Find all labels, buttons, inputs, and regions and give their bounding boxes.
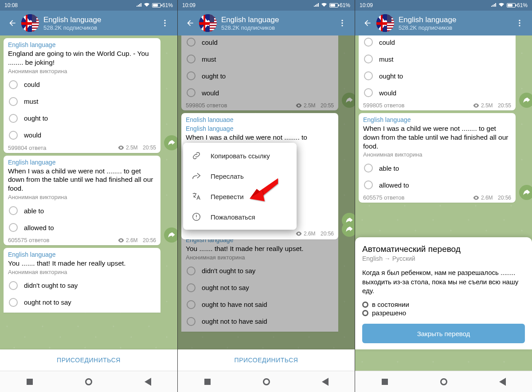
nav-home[interactable]: [431, 371, 456, 392]
message-time: 20:56: [498, 195, 511, 201]
more-button[interactable]: [511, 14, 528, 32]
poll-message[interactable]: English language When I was a child we w…: [359, 113, 516, 203]
poll-option[interactable]: able to: [363, 160, 511, 176]
svg-point-0: [164, 20, 165, 21]
share-button[interactable]: [164, 227, 177, 243]
channel-title: English language: [43, 16, 156, 24]
views-count: 2.6M: [304, 231, 316, 237]
poll-question: When I was a child we were not ........ …: [186, 133, 334, 142]
poll-option[interactable]: didn't ought to say: [8, 277, 156, 294]
screen-3: 10:09 61% English language 528.2K подпис…: [355, 0, 532, 392]
sender-name: English language: [8, 41, 156, 48]
poll-option[interactable]: allowed to: [363, 176, 511, 193]
status-bar: 10:09 61%: [355, 0, 532, 11]
channel-avatar[interactable]: [199, 14, 217, 32]
wifi-icon: [321, 2, 327, 8]
header-title-block[interactable]: English language 528.2K подписчиков: [221, 16, 333, 31]
poll-option[interactable]: allowed to: [8, 219, 156, 236]
poll-anon-label: Анонимная викторина: [8, 194, 156, 200]
channel-subtitle: 528.2K подписчиков: [43, 24, 156, 31]
nav-back[interactable]: [135, 371, 160, 392]
forward-icon: [191, 171, 202, 181]
poll-option[interactable]: ought to: [363, 67, 511, 84]
poll-option[interactable]: able to: [8, 202, 156, 219]
sheet-bullet: разрешено: [362, 309, 525, 317]
message-time: 20:56: [143, 237, 156, 243]
sheet-title: Автоматический перевод: [362, 244, 525, 254]
radio-icon: [9, 114, 18, 123]
status-bar: 10:08 61%: [0, 0, 177, 11]
poll-option[interactable]: ought not to say: [8, 294, 156, 311]
channel-avatar[interactable]: [376, 14, 394, 32]
nav-home[interactable]: [76, 371, 101, 392]
radio-icon: [364, 38, 373, 47]
chat-area[interactable]: could must ought to would 599805 ответов…: [355, 35, 532, 371]
nav-bar: [355, 371, 532, 392]
poll-message[interactable]: could must ought to would 599805 ответов…: [359, 35, 516, 110]
nav-recents[interactable]: [195, 371, 220, 392]
svg-point-2: [164, 25, 165, 26]
context-menu-translate[interactable]: Перевести: [183, 186, 297, 207]
context-menu-forward[interactable]: Переслать: [183, 166, 297, 186]
nav-back[interactable]: [490, 371, 515, 392]
poll-option[interactable]: would: [8, 127, 156, 144]
share-button[interactable]: [519, 185, 532, 200]
share-button[interactable]: [519, 93, 532, 108]
battery-icon: [329, 3, 338, 8]
svg-point-9: [519, 22, 520, 24]
poll-anon-label: Анонимная викторина: [8, 68, 156, 74]
answers-count: 599804 ответа: [8, 145, 47, 151]
join-button[interactable]: ПРИСОЕДИНИТЬСЯ: [178, 349, 355, 371]
back-button[interactable]: [359, 14, 376, 32]
radio-icon: [9, 80, 18, 89]
poll-option[interactable]: must: [8, 93, 156, 110]
battery-text: 61%: [162, 2, 173, 8]
chat-area[interactable]: could must ought to would 599805 ответов…: [178, 35, 355, 349]
svg-point-5: [341, 25, 343, 26]
chat-area[interactable]: English language England are going to wi…: [0, 35, 177, 349]
poll-message[interactable]: English language When I was a child we w…: [4, 156, 160, 245]
bullet-icon: [362, 302, 368, 308]
nav-recents[interactable]: [372, 371, 397, 392]
nav-bar: [178, 371, 355, 392]
share-button[interactable]: [342, 222, 355, 237]
back-button[interactable]: [4, 14, 21, 32]
channel-title: English language: [221, 16, 333, 24]
join-button[interactable]: ПРИСОЕДИНИТЬСЯ: [0, 349, 177, 371]
context-menu: Копировать ссылку Переслать Перевести По…: [183, 143, 297, 230]
app-header: English language 528.2K подписчиков: [0, 11, 177, 35]
poll-option[interactable]: could: [8, 76, 156, 93]
nav-recents[interactable]: [17, 371, 42, 392]
context-menu-report[interactable]: Пожаловаться: [183, 207, 297, 227]
battery-text: 61%: [517, 2, 528, 8]
poll-message[interactable]: English language England are going to wi…: [4, 38, 160, 153]
poll-option[interactable]: could: [363, 35, 511, 51]
nav-back[interactable]: [313, 371, 338, 392]
context-menu-copy-link[interactable]: Копировать ссылку: [183, 145, 297, 166]
radio-icon: [9, 223, 18, 232]
report-icon: [191, 212, 202, 222]
bullet-icon: [362, 310, 368, 316]
views-count: 2.6M: [481, 195, 493, 201]
header-title-block[interactable]: English language 528.2K подписчиков: [43, 16, 156, 31]
radio-icon: [9, 97, 18, 106]
poll-option[interactable]: must: [363, 51, 511, 67]
radio-icon: [9, 206, 18, 215]
channel-title: English language: [399, 16, 511, 24]
channel-avatar[interactable]: [21, 14, 39, 32]
poll-message[interactable]: English language You ....... that! It ma…: [4, 248, 160, 313]
back-button[interactable]: [181, 14, 199, 32]
close-translation-button[interactable]: Закрыть перевод: [362, 324, 525, 343]
poll-anon-label: Анонимная викторина: [363, 151, 511, 158]
nav-home[interactable]: [254, 371, 279, 392]
more-button[interactable]: [333, 14, 351, 32]
app-header: English language 528.2K подписчиков: [355, 11, 532, 35]
poll-option[interactable]: would: [363, 84, 511, 101]
more-button[interactable]: [156, 14, 174, 32]
views-icon: [473, 103, 479, 108]
poll-option[interactable]: ought to: [8, 110, 156, 127]
share-button[interactable]: [164, 135, 177, 150]
screen-1: 10:08 61% English language 528.2K подпис…: [0, 0, 177, 392]
header-title-block[interactable]: English language 528.2K подписчиков: [399, 16, 511, 31]
status-time: 10:09: [360, 2, 373, 8]
